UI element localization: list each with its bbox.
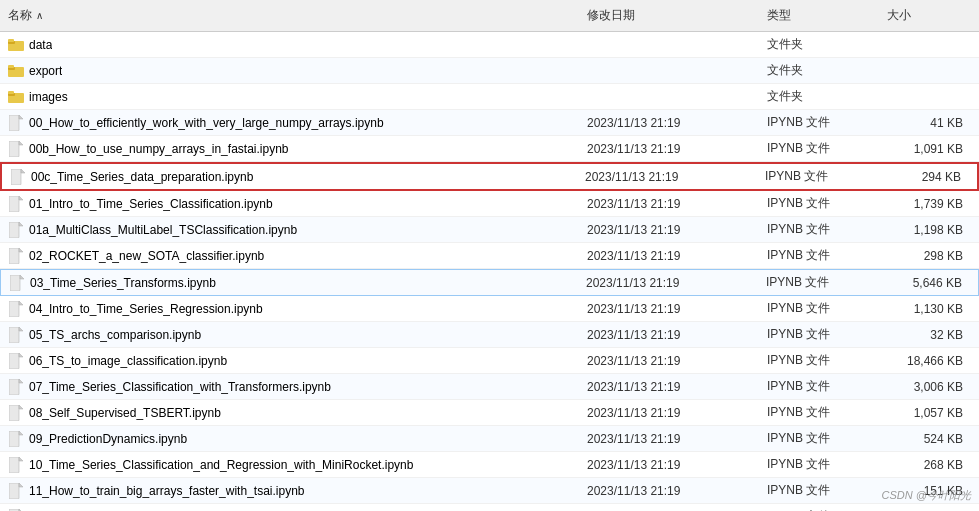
- table-row[interactable]: 03_Time_Series_Transforms.ipynb2023/11/1…: [0, 269, 979, 296]
- col-type-header[interactable]: 类型: [759, 4, 879, 27]
- table-row[interactable]: export文件夹: [0, 58, 979, 84]
- svg-rect-27: [9, 353, 19, 369]
- table-row[interactable]: 04_Intro_to_Time_Series_Regression.ipynb…: [0, 296, 979, 322]
- table-row[interactable]: 09_PredictionDynamics.ipynb2023/11/13 21…: [0, 426, 979, 452]
- file-type: IPYNB 文件: [759, 112, 879, 133]
- svg-rect-21: [10, 275, 20, 291]
- file-name-cell: 00c_Time_Series_data_preparation.ipynb: [2, 167, 577, 187]
- svg-rect-9: [9, 115, 19, 131]
- file-size: 294 KB: [877, 168, 977, 186]
- file-name-text: images: [29, 90, 68, 104]
- file-date: 2023/11/13 21:19: [579, 456, 759, 474]
- file-type: IPYNB 文件: [759, 350, 879, 371]
- table-row[interactable]: 06_TS_to_image_classification.ipynb2023/…: [0, 348, 979, 374]
- file-type: 文件夹: [759, 86, 879, 107]
- svg-rect-8: [8, 91, 14, 94]
- table-header: 名称 ∧ 修改日期 类型 大小: [0, 0, 979, 32]
- table-row[interactable]: 05_TS_archs_comparison.ipynb2023/11/13 2…: [0, 322, 979, 348]
- svg-rect-19: [9, 248, 19, 264]
- file-size: [879, 69, 979, 73]
- table-row[interactable]: 08_Self_Supervised_TSBERT.ipynb2023/11/1…: [0, 400, 979, 426]
- file-name-text: 00b_How_to_use_numpy_arrays_in_fastai.ip…: [29, 142, 289, 156]
- sort-arrow-icon: ∧: [36, 10, 43, 21]
- table-row[interactable]: 00c_Time_Series_data_preparation.ipynb20…: [0, 162, 979, 191]
- table-row[interactable]: 02_ROCKET_a_new_SOTA_classifier.ipynb202…: [0, 243, 979, 269]
- svg-rect-17: [9, 222, 19, 238]
- file-name-cell: images: [0, 87, 579, 107]
- col-size-label: 大小: [887, 7, 911, 24]
- file-type: IPYNB 文件: [759, 428, 879, 449]
- file-type: IPYNB 文件: [759, 402, 879, 423]
- file-name-cell: data: [0, 35, 579, 55]
- folder-icon: [8, 37, 24, 53]
- file-icon: [8, 405, 24, 421]
- file-size: [879, 43, 979, 47]
- file-date: 2023/11/13 21:19: [579, 352, 759, 370]
- file-icon: [8, 353, 24, 369]
- table-row[interactable]: 11_How_to_train_big_arrays_faster_with_t…: [0, 478, 979, 504]
- file-icon: [8, 222, 24, 238]
- table-row[interactable]: 00_How_to_efficiently_work_with_very_lar…: [0, 110, 979, 136]
- file-name-cell: 05_TS_archs_comparison.ipynb: [0, 325, 579, 345]
- file-type: IPYNB 文件: [759, 324, 879, 345]
- table-row[interactable]: 01a_MultiClass_MultiLabel_TSClassificati…: [0, 217, 979, 243]
- table-row[interactable]: images文件夹: [0, 84, 979, 110]
- file-name-cell: 01_Intro_to_Time_Series_Classification.i…: [0, 194, 579, 214]
- file-size: 32 KB: [879, 326, 979, 344]
- file-type: IPYNB 文件: [759, 480, 879, 501]
- file-date: 2023/11/13 21:19: [579, 114, 759, 132]
- file-name-cell: 11_How_to_train_big_arrays_faster_with_t…: [0, 481, 579, 501]
- file-type: IPYNB 文件: [759, 138, 879, 159]
- file-size: 5,646 KB: [878, 274, 978, 292]
- svg-rect-15: [9, 196, 19, 212]
- col-name-label: 名称: [8, 7, 32, 24]
- file-explorer: 名称 ∧ 修改日期 类型 大小 data文件夹export文件夹images文件…: [0, 0, 979, 511]
- file-name-text: 01a_MultiClass_MultiLabel_TSClassificati…: [29, 223, 297, 237]
- file-name-cell: 12_Experiment_tracking_with_W&B.ipynb: [0, 507, 579, 512]
- file-icon: [8, 301, 24, 317]
- file-name-text: 06_TS_to_image_classification.ipynb: [29, 354, 227, 368]
- svg-rect-33: [9, 431, 19, 447]
- file-type: IPYNB 文件: [757, 166, 877, 187]
- file-name-text: 09_PredictionDynamics.ipynb: [29, 432, 187, 446]
- file-size: 1,198 KB: [879, 221, 979, 239]
- file-name-text: 10_Time_Series_Classification_and_Regres…: [29, 458, 413, 472]
- file-name-cell: 03_Time_Series_Transforms.ipynb: [1, 273, 578, 293]
- table-row[interactable]: 07_Time_Series_Classification_with_Trans…: [0, 374, 979, 400]
- file-type: IPYNB 文件: [759, 376, 879, 397]
- file-type: IPYNB 文件: [759, 506, 879, 511]
- svg-rect-23: [9, 301, 19, 317]
- file-type: IPYNB 文件: [759, 219, 879, 240]
- file-type: IPYNB 文件: [758, 272, 878, 293]
- col-date-header[interactable]: 修改日期: [579, 4, 759, 27]
- file-name-cell: 08_Self_Supervised_TSBERT.ipynb: [0, 403, 579, 423]
- file-name-text: data: [29, 38, 52, 52]
- file-name-cell: 10_Time_Series_Classification_and_Regres…: [0, 455, 579, 475]
- file-size: 1,739 KB: [879, 195, 979, 213]
- file-name-text: 05_TS_archs_comparison.ipynb: [29, 328, 201, 342]
- watermark: CSDN @今叶阳光: [882, 488, 971, 503]
- table-row[interactable]: 10_Time_Series_Classification_and_Regres…: [0, 452, 979, 478]
- svg-rect-37: [9, 483, 19, 499]
- table-row[interactable]: 12_Experiment_tracking_with_W&B.ipynb202…: [0, 504, 979, 511]
- file-date: 2023/11/13 21:19: [578, 274, 758, 292]
- file-date: 2023/11/13 21:19: [579, 430, 759, 448]
- file-type: IPYNB 文件: [759, 193, 879, 214]
- svg-rect-13: [11, 169, 21, 185]
- table-row[interactable]: 00b_How_to_use_numpy_arrays_in_fastai.ip…: [0, 136, 979, 162]
- file-icon: [8, 141, 24, 157]
- file-icon: [8, 483, 24, 499]
- file-name-text: 07_Time_Series_Classification_with_Trans…: [29, 380, 331, 394]
- col-name-header[interactable]: 名称 ∧: [0, 4, 579, 27]
- file-size: 268 KB: [879, 456, 979, 474]
- file-name-text: 08_Self_Supervised_TSBERT.ipynb: [29, 406, 221, 420]
- table-row[interactable]: data文件夹: [0, 32, 979, 58]
- file-name-text: 00c_Time_Series_data_preparation.ipynb: [31, 170, 253, 184]
- table-row[interactable]: 01_Intro_to_Time_Series_Classification.i…: [0, 191, 979, 217]
- file-size: 3,006 KB: [879, 378, 979, 396]
- file-date: 2023/11/13 21:19: [579, 482, 759, 500]
- col-size-header[interactable]: 大小: [879, 4, 979, 27]
- file-name-cell: export: [0, 61, 579, 81]
- file-date: [579, 95, 759, 99]
- file-name-text: export: [29, 64, 62, 78]
